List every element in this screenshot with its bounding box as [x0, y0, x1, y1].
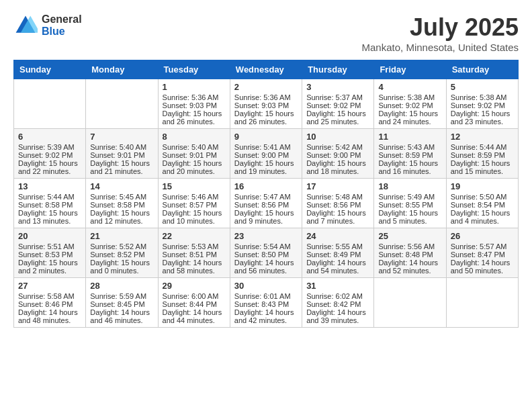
- calendar-cell: 11Sunrise: 5:43 AMSunset: 8:59 PMDayligh…: [374, 129, 446, 179]
- sunset-text: Sunset: 9:03 PM: [163, 101, 226, 109]
- sunset-text: Sunset: 9:02 PM: [378, 101, 441, 109]
- sunrise-text: Sunrise: 5:45 AM: [90, 193, 153, 201]
- day-number: 21: [90, 231, 153, 241]
- day-number: 19: [451, 181, 514, 191]
- calendar-cell: 27Sunrise: 5:58 AMSunset: 8:46 PMDayligh…: [14, 278, 86, 328]
- calendar-cell: 14Sunrise: 5:45 AMSunset: 8:58 PMDayligh…: [86, 179, 158, 228]
- sunset-text: Sunset: 9:02 PM: [18, 151, 81, 159]
- sunrise-text: Sunrise: 5:40 AM: [90, 143, 153, 151]
- calendar-cell: 24Sunrise: 5:55 AMSunset: 8:49 PMDayligh…: [302, 228, 374, 278]
- sunrise-text: Sunrise: 5:36 AM: [163, 93, 226, 101]
- sunrise-text: Sunrise: 5:48 AM: [306, 193, 369, 201]
- sunrise-text: Sunrise: 5:49 AM: [378, 193, 441, 201]
- day-number: 14: [90, 181, 153, 191]
- sunrise-text: Sunrise: 5:38 AM: [451, 93, 514, 101]
- day-number: 24: [306, 231, 369, 241]
- sunrise-text: Sunrise: 5:55 AM: [306, 242, 369, 250]
- daylight-text: Daylight: 15 hours and 26 minutes.: [234, 109, 298, 126]
- sunset-text: Sunset: 8:43 PM: [234, 300, 298, 308]
- day-number: 31: [306, 281, 369, 291]
- sunset-text: Sunset: 8:58 PM: [18, 201, 81, 209]
- sunrise-text: Sunrise: 5:58 AM: [18, 292, 81, 300]
- sunset-text: Sunset: 8:59 PM: [378, 151, 441, 159]
- calendar-cell: 17Sunrise: 5:48 AMSunset: 8:56 PMDayligh…: [302, 179, 374, 228]
- sunset-text: Sunset: 8:42 PM: [306, 300, 369, 308]
- sunrise-text: Sunrise: 5:47 AM: [234, 193, 298, 201]
- calendar-cell: 25Sunrise: 5:56 AMSunset: 8:48 PMDayligh…: [374, 228, 446, 278]
- sunset-text: Sunset: 8:55 PM: [378, 201, 441, 209]
- sunset-text: Sunset: 8:49 PM: [306, 250, 369, 259]
- calendar-cell: 15Sunrise: 5:46 AMSunset: 8:57 PMDayligh…: [158, 179, 230, 228]
- daylight-text: Daylight: 15 hours and 23 minutes.: [451, 109, 514, 126]
- sunrise-text: Sunrise: 5:36 AM: [234, 93, 298, 101]
- sunrise-text: Sunrise: 5:52 AM: [90, 242, 153, 250]
- calendar-header-wednesday: Wednesday: [230, 60, 302, 79]
- calendar-cell: 22Sunrise: 5:53 AMSunset: 8:51 PMDayligh…: [158, 228, 230, 278]
- day-number: 30: [234, 281, 298, 291]
- sunset-text: Sunset: 8:59 PM: [451, 151, 514, 159]
- calendar-cell: 12Sunrise: 5:44 AMSunset: 8:59 PMDayligh…: [446, 129, 518, 179]
- sunset-text: Sunset: 8:47 PM: [451, 250, 514, 259]
- sunrise-text: Sunrise: 5:56 AM: [378, 242, 441, 250]
- sunrise-text: Sunrise: 5:39 AM: [18, 143, 81, 151]
- day-number: 8: [163, 132, 226, 142]
- day-number: 25: [378, 231, 441, 241]
- sunset-text: Sunset: 9:01 PM: [90, 151, 153, 159]
- sunset-text: Sunset: 9:00 PM: [234, 151, 298, 159]
- daylight-text: Daylight: 14 hours and 44 minutes.: [163, 308, 226, 324]
- calendar-cell: [14, 79, 86, 129]
- day-number: 27: [18, 281, 81, 291]
- logo-blue-text: Blue: [42, 26, 82, 38]
- daylight-text: Daylight: 15 hours and 7 minutes.: [306, 209, 369, 225]
- day-number: 3: [306, 82, 369, 92]
- sunrise-text: Sunrise: 5:43 AM: [378, 143, 441, 151]
- calendar-cell: 19Sunrise: 5:50 AMSunset: 8:54 PMDayligh…: [446, 179, 518, 228]
- calendar-week-5: 27Sunrise: 5:58 AMSunset: 8:46 PMDayligh…: [14, 278, 519, 328]
- calendar-cell: 9Sunrise: 5:41 AMSunset: 9:00 PMDaylight…: [230, 129, 302, 179]
- sunset-text: Sunset: 8:46 PM: [18, 300, 81, 308]
- daylight-text: Daylight: 15 hours and 24 minutes.: [378, 109, 441, 126]
- sunset-text: Sunset: 8:51 PM: [163, 250, 226, 259]
- day-number: 4: [378, 82, 441, 92]
- daylight-text: Daylight: 14 hours and 54 minutes.: [306, 259, 369, 275]
- daylight-text: Daylight: 14 hours and 42 minutes.: [234, 308, 298, 324]
- calendar-cell: 29Sunrise: 6:00 AMSunset: 8:44 PMDayligh…: [158, 278, 230, 328]
- calendar-cell: 30Sunrise: 6:01 AMSunset: 8:43 PMDayligh…: [230, 278, 302, 328]
- calendar-header-tuesday: Tuesday: [158, 60, 230, 79]
- day-number: 12: [451, 132, 514, 142]
- sunset-text: Sunset: 8:58 PM: [90, 201, 153, 209]
- day-number: 29: [163, 281, 226, 291]
- daylight-text: Daylight: 15 hours and 19 minutes.: [234, 159, 298, 175]
- calendar-cell: 26Sunrise: 5:57 AMSunset: 8:47 PMDayligh…: [446, 228, 518, 278]
- sunset-text: Sunset: 8:54 PM: [451, 201, 514, 209]
- sunrise-text: Sunrise: 5:59 AM: [90, 292, 153, 300]
- calendar-header-row: SundayMondayTuesdayWednesdayThursdayFrid…: [14, 60, 519, 79]
- sunrise-text: Sunrise: 5:42 AM: [306, 143, 369, 151]
- calendar-cell: 16Sunrise: 5:47 AMSunset: 8:56 PMDayligh…: [230, 179, 302, 228]
- sunrise-text: Sunrise: 6:01 AM: [234, 292, 298, 300]
- calendar-header-thursday: Thursday: [302, 60, 374, 79]
- sunset-text: Sunset: 8:57 PM: [163, 201, 226, 209]
- sunset-text: Sunset: 8:56 PM: [234, 201, 298, 209]
- day-number: 16: [234, 181, 298, 191]
- calendar-header-monday: Monday: [86, 60, 158, 79]
- sunrise-text: Sunrise: 5:50 AM: [451, 193, 514, 201]
- day-number: 23: [234, 231, 298, 241]
- day-number: 26: [451, 231, 514, 241]
- sunrise-text: Sunrise: 5:41 AM: [234, 143, 298, 151]
- sunset-text: Sunset: 8:53 PM: [18, 250, 81, 259]
- title-block: July 2025 Mankato, Minnesota, United Sta…: [362, 13, 519, 53]
- day-number: 11: [378, 132, 441, 142]
- daylight-text: Daylight: 15 hours and 2 minutes.: [18, 259, 81, 275]
- calendar-cell: 31Sunrise: 6:02 AMSunset: 8:42 PMDayligh…: [302, 278, 374, 328]
- daylight-text: Daylight: 15 hours and 0 minutes.: [90, 259, 153, 275]
- sunrise-text: Sunrise: 5:38 AM: [378, 93, 441, 101]
- daylight-text: Daylight: 15 hours and 15 minutes.: [451, 159, 514, 175]
- daylight-text: Daylight: 15 hours and 26 minutes.: [163, 109, 226, 126]
- daylight-text: Daylight: 14 hours and 48 minutes.: [18, 308, 81, 324]
- day-number: 5: [451, 82, 514, 92]
- calendar-header-sunday: Sunday: [14, 60, 86, 79]
- day-number: 17: [306, 181, 369, 191]
- calendar-cell: 23Sunrise: 5:54 AMSunset: 8:50 PMDayligh…: [230, 228, 302, 278]
- sunset-text: Sunset: 9:02 PM: [451, 101, 514, 109]
